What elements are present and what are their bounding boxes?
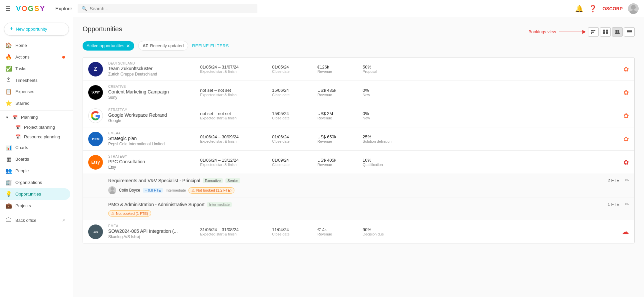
svg-rect-1 — [593, 30, 595, 31]
sidebar-item-actions[interactable]: 🔥 Actions — [0, 51, 70, 63]
people-view-button[interactable] — [612, 27, 623, 37]
bookings-view-label: Bookings view — [528, 29, 556, 34]
stage-label: New — [363, 116, 403, 120]
sun-action-icon[interactable]: ✿ — [623, 66, 629, 73]
org-name[interactable]: OSCORP — [602, 6, 623, 11]
sidebar-item-label: Organizations — [15, 180, 65, 185]
close-label: Close date — [272, 116, 312, 120]
opportunity-row[interactable]: PEPSI EMEAA Strategic plan Pepsi Cola In… — [83, 127, 634, 151]
sidebar-item-label: Boards — [15, 157, 65, 162]
sidebar: + New opportunity 🏠 Home 🔥 Actions ✅ Tas… — [0, 17, 73, 297]
opportunity-row[interactable]: Z DEUTSCHLAND Team Zukunftscluster Zuric… — [83, 58, 634, 81]
sidebar-item-home[interactable]: 🏠 Home — [0, 40, 70, 51]
not-booked-tag[interactable]: ⚠ Not booked (1.2 FTE) — [188, 187, 234, 194]
svg-rect-15 — [627, 34, 632, 34]
projects-icon: 💼 — [5, 203, 12, 209]
warning-icon: ⚠ — [191, 188, 195, 193]
actions-badge — [62, 56, 65, 59]
new-opportunity-button[interactable]: + New opportunity — [4, 23, 69, 36]
sidebar-group-planning[interactable]: ▼ 📅 Planning — [0, 112, 73, 122]
app-logo[interactable]: VOGSY — [16, 4, 45, 13]
sun-action-icon[interactable]: ✿ — [623, 89, 629, 96]
sidebar-item-label: People — [15, 168, 65, 173]
board-view-button[interactable] — [600, 27, 611, 37]
search-input[interactable] — [90, 6, 253, 11]
date-label: Expected start & finish — [200, 232, 267, 236]
opportunity-dates: 01/05/24 – 31/07/24 Expected start & fin… — [200, 65, 267, 74]
edit-icon[interactable]: ✏ — [625, 201, 629, 208]
stage-label: Proposal — [363, 70, 403, 74]
topnav-right: 🔔 ❓ OSCORP — [575, 3, 639, 14]
help-icon[interactable]: ❓ — [589, 5, 597, 13]
opportunity-row[interactable]: Etsy STRATEGY PPC Consultation Etsy 01/0… — [83, 151, 634, 174]
sidebar-item-people[interactable]: 👥 People — [0, 165, 70, 177]
requirement-title: PMO & Administration - Administrative Su… — [108, 202, 204, 207]
resource-row: ⚠ Not booked (1 FTE) — [108, 210, 629, 217]
opportunity-logo: PEPSI — [88, 132, 103, 146]
opportunity-action: ☁ — [622, 227, 629, 236]
opportunity-info: EMEAA Strategic plan Pepsi Cola Internat… — [108, 131, 195, 146]
opportunity-revenue: €126k Revenue — [317, 65, 357, 74]
notification-icon[interactable]: 🔔 — [575, 5, 583, 13]
avatar[interactable] — [628, 3, 639, 14]
sidebar-item-label: Actions — [15, 55, 59, 60]
sidebar-item-starred[interactable]: ⭐ Starred — [0, 97, 70, 109]
revenue-label: Revenue — [317, 232, 357, 236]
opportunity-info: STRATEGY PPC Consultation Etsy — [108, 155, 195, 170]
close-date: 01/09/24 — [272, 158, 312, 163]
not-booked-tag[interactable]: ⚠ Not booked (1 FTE) — [108, 210, 151, 217]
main-content: Opportunities Bookings view — [73, 17, 644, 297]
explore-label: Explore — [55, 6, 72, 11]
az-icon: AZ — [143, 44, 148, 48]
opportunity-row[interactable]: API EMEA SOW2024-005 API Integration (..… — [83, 220, 634, 243]
opportunities-list: Z DEUTSCHLAND Team Zukunftscluster Zuric… — [83, 57, 635, 243]
planning-label: Planning — [21, 115, 38, 120]
svg-rect-0 — [591, 30, 593, 31]
sidebar-item-organizations[interactable]: 🏢 Organizations — [0, 177, 70, 188]
close-filter-icon[interactable]: ✕ — [126, 43, 130, 49]
sun-action-icon[interactable]: ✿ — [623, 159, 629, 166]
opportunity-name: Team Zukunftscluster — [108, 66, 195, 71]
sidebar-item-resource-planning[interactable]: 📅 Resource planning — [0, 132, 73, 142]
starred-icon: ⭐ — [5, 100, 12, 106]
probability-value: 25% — [363, 134, 403, 139]
opportunity-logo — [88, 108, 103, 123]
edit-icon[interactable]: ✏ — [625, 177, 629, 184]
sidebar-item-project-planning[interactable]: 📅 Project planning — [0, 122, 73, 132]
opportunity-probability: 25% Solution definition — [363, 134, 403, 143]
active-opportunities-filter[interactable]: Active opportunities ✕ — [83, 41, 134, 51]
sidebar-item-tasks[interactable]: ✅ Tasks — [0, 63, 70, 74]
sun-action-icon[interactable]: ✿ — [623, 112, 629, 119]
sidebar-item-timesheets[interactable]: ⏱ Timesheets — [0, 74, 70, 86]
sidebar-item-opportunities[interactable]: 💡 Opportunities — [0, 188, 70, 200]
sidebar-item-back-office[interactable]: 🏛 Back office ↗ — [0, 215, 70, 226]
opportunity-close: 11/04/24 Close date — [272, 227, 312, 236]
refine-filters-button[interactable]: REFINE FILTERS — [192, 43, 229, 48]
gantt-view-button[interactable] — [588, 27, 599, 37]
opportunity-info: CREATIVE Content Marketing Campaign Sony — [108, 85, 195, 100]
opportunity-row[interactable]: STRATEGY Google Workspace Rebrand Google… — [83, 104, 634, 127]
chevron-down-icon: ▼ — [5, 115, 9, 119]
opportunity-row[interactable]: SONY CREATIVE Content Marketing Campaign… — [83, 81, 634, 104]
opportunity-close: 01/05/24 Close date — [272, 65, 312, 74]
menu-icon[interactable]: ☰ — [5, 5, 11, 12]
planning-icon: 📅 — [12, 115, 18, 120]
recently-updated-filter[interactable]: AZ Recently updated — [138, 41, 188, 51]
sidebar-item-expenses[interactable]: 📋 Expenses — [0, 86, 70, 97]
cloud-action-icon[interactable]: ☁ — [622, 227, 629, 236]
opportunity-category: DEUTSCHLAND — [108, 62, 195, 65]
sun-action-icon[interactable]: ✿ — [623, 135, 629, 143]
svg-rect-4 — [603, 30, 605, 32]
sidebar-item-charts[interactable]: 📊 Charts — [0, 142, 70, 153]
revenue-value: €14k — [317, 227, 357, 232]
close-label: Close date — [272, 232, 312, 236]
svg-point-16 — [111, 187, 114, 191]
list-view-button[interactable] — [624, 27, 635, 37]
timesheets-icon: ⏱ — [5, 77, 12, 83]
sidebar-item-projects[interactable]: 💼 Projects — [0, 200, 70, 212]
probability-value: 0% — [363, 88, 403, 93]
opportunity-probability: 0% New — [363, 111, 403, 120]
back-office-icon: 🏛 — [5, 217, 12, 223]
search-bar[interactable]: 🔍 — [78, 4, 257, 13]
sidebar-item-boards[interactable]: ▦ Boards — [0, 153, 70, 165]
